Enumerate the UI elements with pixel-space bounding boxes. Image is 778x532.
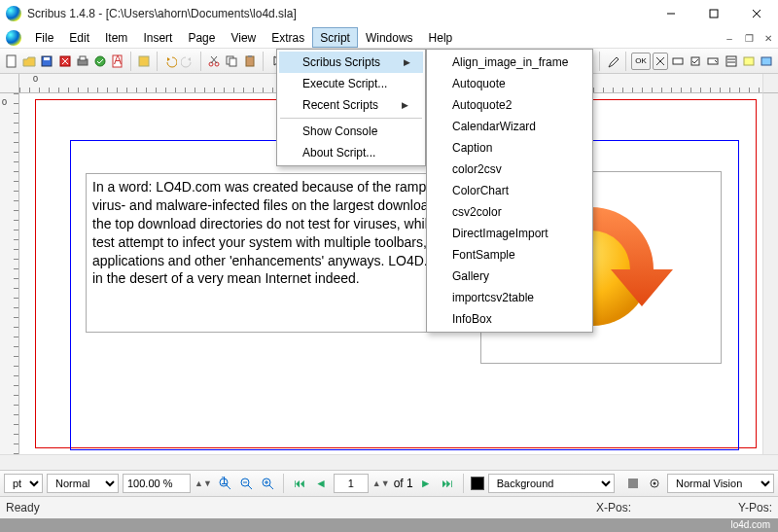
page-prev-icon[interactable]: ◄ xyxy=(312,475,330,492)
preflight-icon[interactable] xyxy=(92,53,108,70)
script-gallery[interactable]: Gallery xyxy=(429,266,590,287)
menu-edit[interactable]: Edit xyxy=(61,27,97,48)
zoom-out-icon[interactable] xyxy=(237,475,255,492)
cut-icon[interactable] xyxy=(206,53,222,70)
save-icon[interactable] xyxy=(39,53,54,70)
pdf-ok-icon[interactable]: OK xyxy=(631,53,651,70)
watermark: lo4d.com xyxy=(0,518,778,532)
scribus-icon xyxy=(6,6,21,21)
cms-toggle-icon[interactable] xyxy=(624,475,642,492)
zoom-default-icon[interactable]: 1 xyxy=(216,475,233,492)
pdf-annot-link-icon[interactable] xyxy=(759,53,774,70)
minimize-button[interactable] xyxy=(650,0,692,27)
maximize-button[interactable] xyxy=(692,0,735,27)
pdf-textfield-icon[interactable] xyxy=(670,53,686,70)
svg-rect-11 xyxy=(80,56,86,60)
svg-rect-51 xyxy=(726,56,736,66)
submenu-arrow-icon: ▶ xyxy=(404,57,410,67)
script-importcsv2table[interactable]: importcsv2table xyxy=(429,287,590,308)
close-doc-icon[interactable] xyxy=(56,53,72,70)
svg-rect-4 xyxy=(7,55,16,67)
script-csv2color[interactable]: csv2color xyxy=(429,201,590,223)
menu-item-menu[interactable]: Item xyxy=(97,27,135,48)
scribus-icon-small xyxy=(6,30,21,46)
svg-rect-48 xyxy=(673,58,683,64)
script-infobox[interactable]: InfoBox xyxy=(429,308,590,330)
pdf-cancel-icon[interactable] xyxy=(653,53,668,70)
layer-color-swatch xyxy=(471,477,484,490)
menu-show-console[interactable]: Show Console xyxy=(279,121,423,142)
script-autoquote2[interactable]: Autoquote2 xyxy=(429,94,590,116)
ruler-corner xyxy=(0,74,19,93)
menu-script[interactable]: Script xyxy=(312,27,358,48)
script-caption[interactable]: Caption xyxy=(429,137,590,159)
svg-point-69 xyxy=(654,482,656,485)
svg-line-61 xyxy=(248,485,252,489)
svg-rect-23 xyxy=(248,55,252,57)
pdf-listbox-icon[interactable] xyxy=(724,53,739,70)
new-icon[interactable] xyxy=(4,53,19,70)
page-input[interactable] xyxy=(334,474,369,493)
page-last-icon[interactable]: ⏭ xyxy=(439,475,456,492)
page-first-icon[interactable]: ⏮ xyxy=(291,475,308,492)
menu-about-script[interactable]: About Script... xyxy=(279,142,423,163)
pdf-icon[interactable]: A xyxy=(110,53,125,70)
page-next-icon[interactable]: ► xyxy=(417,475,435,492)
svg-rect-54 xyxy=(744,57,754,65)
status-xpos-label: X-Pos: xyxy=(596,501,631,514)
svg-text:A: A xyxy=(114,54,122,67)
vision-select[interactable]: Normal Vision xyxy=(667,474,774,493)
close-button[interactable] xyxy=(735,0,778,27)
paste-icon[interactable] xyxy=(242,53,258,70)
menu-view[interactable]: View xyxy=(223,27,264,48)
pdf-checkbox-icon[interactable] xyxy=(688,53,703,70)
svg-rect-1 xyxy=(710,10,718,18)
menu-help[interactable]: Help xyxy=(421,27,461,48)
script-color2csv[interactable]: color2csv xyxy=(429,159,590,180)
layer-select[interactable]: Background xyxy=(488,474,615,493)
script-calendarwizard[interactable]: CalendarWizard xyxy=(429,116,590,137)
redo-icon[interactable] xyxy=(180,53,195,70)
save-text-icon[interactable] xyxy=(136,53,152,70)
open-icon[interactable] xyxy=(21,53,37,70)
script-align-image[interactable]: Align_image_in_frame xyxy=(429,52,590,73)
zoom-input[interactable] xyxy=(123,474,191,493)
ruler-vertical[interactable]: 0 xyxy=(0,93,19,454)
menu-windows[interactable]: Windows xyxy=(358,27,421,48)
submenu-arrow-icon: ▶ xyxy=(402,100,408,110)
mdi-minimize-icon[interactable]: – xyxy=(721,30,738,46)
svg-rect-6 xyxy=(44,57,50,60)
titlebar: Scribus 1.4.8 - [C:\Users\ahorn\Document… xyxy=(0,0,778,27)
script-colorchart[interactable]: ColorChart xyxy=(429,180,590,201)
mdi-restore-icon[interactable]: ❐ xyxy=(740,30,758,46)
menu-recent-scripts[interactable]: Recent Scripts▶ xyxy=(279,94,423,116)
svg-rect-67 xyxy=(628,479,638,488)
scrollbar-horizontal[interactable] xyxy=(0,454,778,470)
pdf-combobox-icon[interactable] xyxy=(705,53,721,70)
menu-extras[interactable]: Extras xyxy=(264,27,312,48)
menu-execute-script[interactable]: Execute Script... xyxy=(279,73,423,94)
copy-icon[interactable] xyxy=(224,53,239,70)
statusbar: Ready X-Pos: Y-Pos: xyxy=(0,497,778,518)
script-fontsample[interactable]: FontSample xyxy=(429,244,590,266)
svg-rect-21 xyxy=(230,58,236,66)
unit-select[interactable]: pt xyxy=(4,474,43,493)
view-toolbar: pt Normal ▲▼ 1 ⏮ ◄ ▲▼ of 1 ► ⏭ Backgroun… xyxy=(0,470,778,497)
menu-insert[interactable]: Insert xyxy=(135,27,180,48)
mdi-close-icon[interactable]: ✕ xyxy=(760,30,777,46)
menu-page[interactable]: Page xyxy=(180,27,223,48)
svg-rect-15 xyxy=(139,56,149,66)
menubar: File Edit Item Insert Page View Extras S… xyxy=(0,27,778,49)
preview-quality-select[interactable]: Normal xyxy=(47,474,119,493)
menu-file[interactable]: File xyxy=(27,27,61,48)
eyedropper-icon[interactable] xyxy=(605,53,620,70)
print-icon[interactable] xyxy=(75,53,90,70)
script-autoquote[interactable]: Autoquote xyxy=(429,73,590,94)
undo-icon[interactable] xyxy=(162,53,178,70)
menu-scribus-scripts[interactable]: Scribus Scripts▶ xyxy=(279,52,423,73)
script-directimageimport[interactable]: DirectImageImport xyxy=(429,223,590,244)
scrollbar-vertical[interactable] xyxy=(762,93,778,454)
pdf-annot-text-icon[interactable] xyxy=(741,53,757,70)
zoom-in-icon[interactable] xyxy=(259,475,276,492)
preview-mode-icon[interactable] xyxy=(646,475,663,492)
